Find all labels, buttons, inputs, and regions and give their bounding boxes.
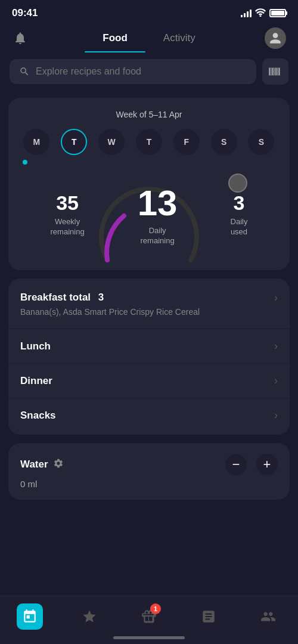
meal-breakfast-chevron: › — [274, 292, 278, 304]
meal-snacks-header: Snacks › — [20, 409, 278, 422]
main-content: Week of 5–11 Apr M T W T F S S 35 Weekly… — [0, 91, 298, 507]
challenges-badge: 1 — [150, 603, 161, 614]
meal-dinner-header: Dinner › — [20, 374, 278, 387]
meal-dinner[interactable]: Dinner › — [8, 364, 290, 398]
week-label: Week of 5–11 Apr — [18, 110, 280, 119]
water-header: Water − + — [20, 454, 278, 475]
bottom-nav-challenges[interactable]: 1 — [136, 603, 162, 630]
svg-point-0 — [260, 15, 262, 17]
meal-lunch-title: Lunch — [20, 340, 51, 352]
tab-container: Food Activity — [85, 24, 213, 52]
barcode-icon — [268, 64, 283, 79]
meal-breakfast-subtitle: Banana(s), Asda Smart Price Crispy Rice … — [20, 306, 278, 318]
stats-section: 35 Weeklyremaining 13 Dailyremaining — [18, 165, 280, 258]
meal-snacks[interactable]: Snacks › — [8, 398, 290, 432]
meal-snacks-chevron: › — [274, 409, 278, 422]
day-saturday[interactable]: S — [211, 129, 237, 155]
day-wednesday[interactable]: W — [98, 129, 125, 155]
search-input[interactable] — [36, 66, 247, 77]
bottom-nav-friends[interactable] — [255, 603, 281, 630]
daily-used-stat: 3 Dailyused — [231, 191, 248, 237]
bell-button[interactable] — [12, 30, 29, 47]
star-icon — [76, 603, 103, 630]
wifi-icon — [255, 8, 266, 18]
tab-food[interactable]: Food — [85, 24, 145, 52]
day-selector: M T W T F S S — [18, 129, 280, 155]
meal-dinner-title: Dinner — [20, 375, 52, 387]
meal-snacks-title: Snacks — [20, 410, 56, 422]
daily-used-label: Dailyused — [231, 217, 248, 237]
meal-lunch[interactable]: Lunch › — [8, 329, 290, 364]
water-section: Water − + 0 ml — [8, 443, 290, 500]
status-bar: 09:41 — [0, 0, 298, 24]
status-time: 09:41 — [12, 7, 38, 19]
water-settings-icon[interactable] — [53, 458, 64, 471]
meal-breakfast[interactable]: Breakfast total 3 › Banana(s), Asda Smar… — [8, 281, 290, 330]
meal-lunch-chevron: › — [274, 340, 278, 352]
daily-remaining-stat: 13 Dailyremaining — [138, 182, 178, 246]
home-indicator — [113, 636, 185, 639]
status-icons — [241, 8, 286, 18]
water-amount: 0 ml — [20, 479, 278, 489]
bottom-nav-diary[interactable] — [17, 603, 43, 630]
daily-remaining-number: 13 — [138, 182, 178, 224]
daily-used-number: 3 — [231, 191, 248, 215]
barcode-button[interactable] — [262, 58, 288, 85]
meal-breakfast-count: 3 — [95, 292, 104, 304]
water-title: Water — [20, 459, 48, 470]
meal-breakfast-title-row: Breakfast total 3 — [20, 292, 104, 304]
search-bar[interactable] — [10, 59, 256, 84]
meal-breakfast-title: Breakfast total — [20, 292, 91, 304]
signal-icon — [241, 9, 252, 17]
daily-remaining-label: Dailyremaining — [138, 226, 178, 246]
weekly-remaining-stat: 35 Weeklyremaining — [51, 191, 85, 237]
bottom-nav: 1 — [0, 596, 298, 644]
meal-sections: Breakfast total 3 › Banana(s), Asda Smar… — [8, 278, 290, 435]
weekly-remaining-number: 35 — [51, 191, 85, 215]
day-monday[interactable]: M — [23, 129, 49, 155]
log-icon — [195, 603, 222, 630]
nav-tabs: Food Activity — [0, 24, 298, 52]
day-friday[interactable]: F — [173, 129, 200, 155]
search-container — [0, 52, 298, 91]
water-increase-button[interactable]: + — [256, 454, 278, 475]
meal-dinner-chevron: › — [274, 374, 278, 387]
day-tuesday[interactable]: T — [61, 129, 87, 155]
water-title-row: Water — [20, 458, 64, 471]
battery-icon — [269, 9, 286, 17]
meal-lunch-header: Lunch › — [20, 340, 278, 352]
day-thursday[interactable]: T — [136, 129, 162, 155]
day-sunday[interactable]: S — [248, 129, 274, 155]
bottom-nav-favorites[interactable] — [76, 603, 103, 630]
tab-activity[interactable]: Activity — [145, 24, 213, 52]
weekly-remaining-label: Weeklyremaining — [51, 217, 85, 237]
water-controls: − + — [225, 454, 278, 475]
calendar-icon — [17, 603, 43, 630]
search-icon — [19, 66, 30, 77]
day-indicator — [18, 160, 280, 165]
bottom-nav-log[interactable] — [195, 603, 222, 630]
week-card: Week of 5–11 Apr M T W T F S S 35 Weekly… — [8, 98, 290, 270]
meal-breakfast-header: Breakfast total 3 › — [20, 292, 278, 304]
day-dot — [23, 160, 27, 165]
water-decrease-button[interactable]: − — [225, 454, 247, 475]
friends-icon — [255, 603, 281, 630]
profile-button[interactable] — [265, 27, 286, 49]
